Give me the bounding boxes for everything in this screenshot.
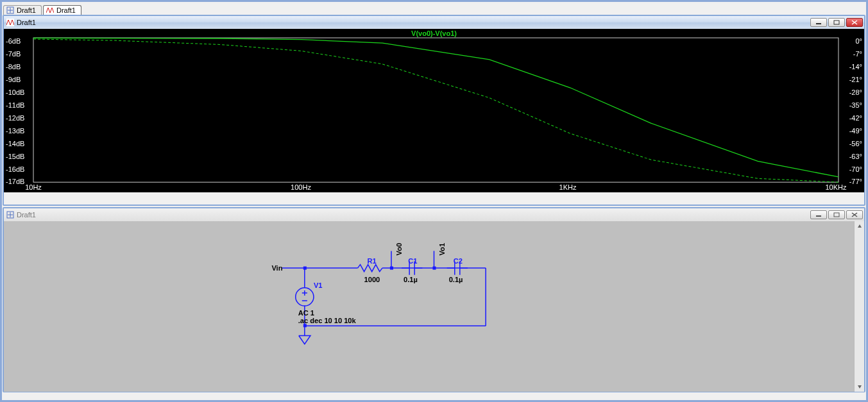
c2-val[interactable]: 0.1µ: [449, 276, 463, 283]
schematic-titlebar[interactable]: Draft1: [4, 208, 864, 221]
plot-titlebar[interactable]: Draft1: [4, 16, 864, 29]
svg-marker-41: [858, 224, 862, 228]
mdi-client-area: Draft1 V(vo0)-V(vo1) -6dB -7dB -8dB -9dB…: [2, 15, 866, 402]
net-vo0[interactable]: Vo0: [395, 243, 403, 256]
close-button[interactable]: [846, 210, 863, 219]
minimize-button[interactable]: [810, 18, 827, 27]
maximize-button[interactable]: [828, 210, 845, 219]
schematic-title: Draft1: [17, 211, 36, 219]
schematic-svg: Vin Vo0 Vo1 V1 AC 1 R1 1000 C1 0.1µ C2 0…: [4, 221, 864, 392]
tab-schematic[interactable]: Draft1: [3, 5, 42, 15]
c1-name[interactable]: C1: [408, 257, 417, 265]
plot-window: Draft1 V(vo0)-V(vo1) -6dB -7dB -8dB -9dB…: [3, 15, 865, 206]
net-vo1[interactable]: Vo1: [438, 243, 446, 256]
v1-name[interactable]: V1: [314, 281, 323, 289]
schematic-canvas[interactable]: Vin Vo0 Vo1 V1 AC 1 R1 1000 C1 0.1µ C2 0…: [4, 221, 864, 392]
c1-val[interactable]: 0.1µ: [404, 276, 418, 283]
vertical-scrollbar[interactable]: [854, 221, 864, 392]
svg-rect-9: [33, 38, 838, 182]
maximize-button[interactable]: [828, 18, 845, 27]
v1-ac[interactable]: AC 1: [298, 309, 314, 317]
plot-area[interactable]: V(vo0)-V(vo1) -6dB -7dB -8dB -9dB -10dB …: [4, 29, 864, 192]
close-button[interactable]: [846, 18, 863, 27]
svg-marker-42: [858, 385, 862, 389]
tab-label: Draft1: [17, 6, 36, 14]
minimize-button[interactable]: [810, 210, 827, 219]
c2-name[interactable]: C2: [454, 257, 463, 265]
tab-waveform[interactable]: Draft1: [43, 5, 81, 15]
phase-trace: [33, 39, 838, 182]
magnitude-trace: [33, 38, 838, 177]
svg-rect-14: [834, 213, 839, 217]
plot-title: Draft1: [17, 19, 36, 26]
waveform-icon: [6, 19, 14, 26]
plot-canvas: [4, 29, 864, 192]
r1-val[interactable]: 1000: [364, 276, 380, 283]
scroll-up-arrow[interactable]: [855, 221, 864, 231]
tab-label: Draft1: [56, 6, 76, 14]
schematic-window: Draft1: [3, 207, 865, 392]
r1-name[interactable]: R1: [368, 257, 377, 265]
schematic-icon: [6, 6, 14, 14]
schematic-icon: [6, 211, 14, 219]
scroll-down-arrow[interactable]: [855, 381, 864, 392]
net-vin[interactable]: Vin: [271, 264, 282, 272]
spice-directive[interactable]: .ac dec 10 10 10k: [298, 317, 357, 324]
svg-rect-6: [834, 21, 839, 24]
waveform-icon: [46, 6, 54, 14]
tab-strip: Draft1 Draft1: [2, 2, 866, 15]
